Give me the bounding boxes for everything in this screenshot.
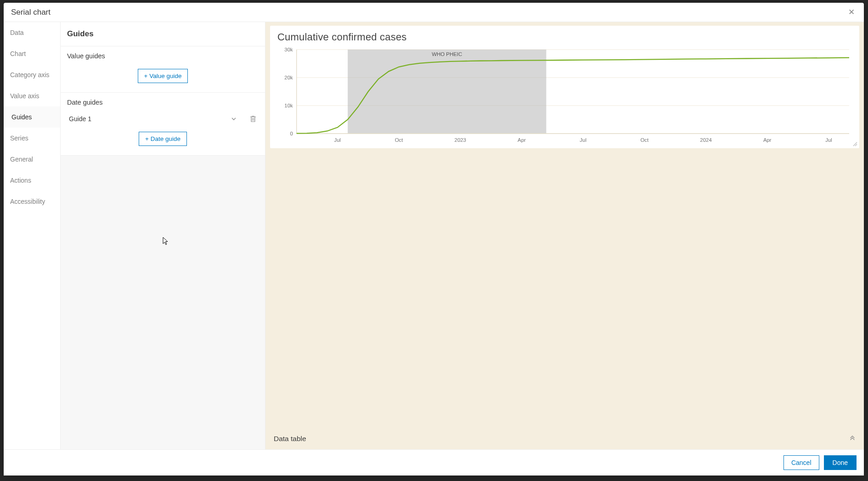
data-table-toggle[interactable]: Data table — [265, 428, 864, 449]
config-panel: Guides Value guides + Value guide Date g… — [61, 22, 265, 449]
add-date-guide-button[interactable]: + Date guide — [139, 132, 187, 146]
preview-panel: Cumulative confirmed cases 010k20k30kWHO… — [265, 22, 864, 449]
sidebar-item-accessibility[interactable]: Accessibility — [4, 191, 60, 212]
sidebar-item-actions[interactable]: Actions — [4, 170, 60, 191]
data-table-label: Data table — [274, 435, 306, 443]
svg-text:Jul: Jul — [334, 137, 341, 143]
close-button[interactable]: ✕ — [845, 6, 857, 18]
guide-item-label: Guide 1 — [69, 115, 228, 123]
config-empty-area — [61, 156, 265, 449]
svg-text:Jul: Jul — [580, 137, 586, 143]
svg-text:0: 0 — [290, 131, 293, 136]
date-guides-heading: Date guides — [61, 93, 265, 111]
chevron-down-icon[interactable] — [228, 116, 239, 122]
sidebar-item-general[interactable]: General — [4, 149, 60, 170]
serial-chart-dialog: Serial chart ✕ Data Chart Category axis … — [4, 3, 864, 475]
chart-title: Cumulative confirmed cases — [277, 31, 852, 43]
chart-preview: Cumulative confirmed cases 010k20k30kWHO… — [270, 26, 859, 148]
svg-text:Oct: Oct — [640, 137, 649, 143]
svg-text:Oct: Oct — [395, 137, 404, 143]
cancel-button[interactable]: Cancel — [783, 455, 819, 470]
guide-item[interactable]: Guide 1 — [61, 111, 265, 127]
sidebar-item-data[interactable]: Data — [4, 22, 60, 43]
delete-guide-button[interactable] — [248, 115, 259, 123]
dialog-footer: Cancel Done — [4, 449, 864, 475]
config-heading: Guides — [67, 29, 259, 39]
trash-icon — [250, 115, 256, 123]
chart-canvas: 010k20k30kWHO PHEICJulOct2023AprJulOct20… — [277, 46, 852, 145]
value-guides-section: Value guides + Value guide — [61, 46, 265, 93]
svg-text:2024: 2024 — [700, 137, 712, 143]
close-icon: ✕ — [848, 8, 855, 17]
svg-text:Jul: Jul — [825, 137, 832, 143]
svg-text:10k: 10k — [284, 103, 293, 108]
svg-text:Apr: Apr — [763, 137, 772, 143]
add-value-guide-button[interactable]: + Value guide — [138, 69, 188, 83]
svg-text:WHO PHEIC: WHO PHEIC — [432, 51, 462, 57]
value-guides-heading: Value guides — [61, 46, 265, 64]
svg-text:2023: 2023 — [455, 137, 466, 143]
dialog-title: Serial chart — [11, 8, 51, 17]
sidebar-item-value-axis[interactable]: Value axis — [4, 85, 60, 106]
svg-rect-8 — [348, 50, 546, 134]
date-guides-section: Date guides Guide 1 + Date guide — [61, 93, 265, 156]
settings-sidebar: Data Chart Category axis Value axis Guid… — [4, 22, 61, 449]
done-button[interactable]: Done — [824, 455, 857, 470]
resize-handle-icon[interactable] — [852, 141, 857, 146]
sidebar-item-category-axis[interactable]: Category axis — [4, 64, 60, 85]
sidebar-item-series[interactable]: Series — [4, 128, 60, 149]
svg-text:20k: 20k — [284, 75, 293, 80]
dialog-body: Data Chart Category axis Value axis Guid… — [4, 22, 864, 449]
svg-text:30k: 30k — [284, 47, 293, 52]
sidebar-item-chart[interactable]: Chart — [4, 43, 60, 64]
collapse-up-icon — [849, 436, 856, 442]
sidebar-item-guides[interactable]: Guides — [4, 106, 60, 128]
svg-text:Apr: Apr — [518, 137, 526, 143]
dialog-header: Serial chart ✕ — [4, 3, 864, 22]
